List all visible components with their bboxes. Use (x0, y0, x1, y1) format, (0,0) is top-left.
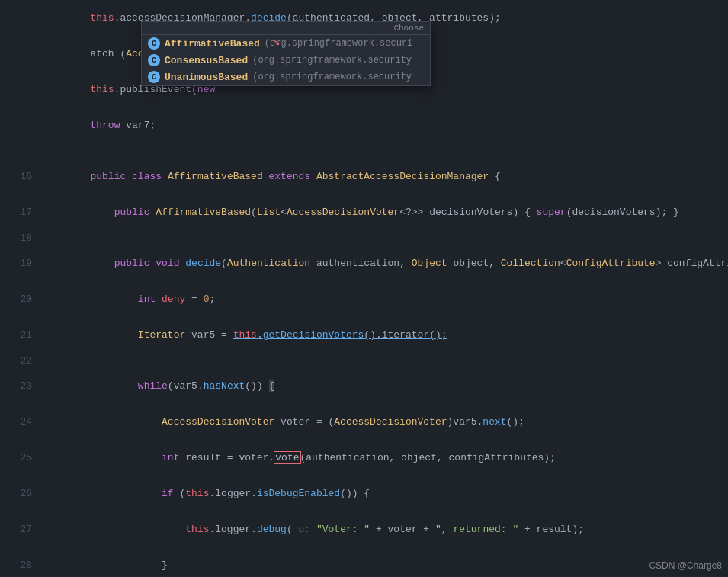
code-line: 24 AccessDecisionVoter voter = (AccessDe… (0, 404, 728, 440)
line-number: 16 (9, 171, 40, 182)
line-number: 24 (9, 416, 40, 428)
code-container: Choose C AffirmativeBased (org.springfra… (0, 0, 728, 577)
autocomplete-item-detail-2: (org.springframework.security (252, 72, 412, 82)
autocomplete-header-label: Choose (393, 24, 424, 33)
line-content: } (40, 548, 728, 577)
line-content: if (this.logger.isDebugEnabled()) { (40, 476, 728, 511)
line-number: 18 (9, 232, 40, 244)
line-number: 19 (9, 258, 40, 269)
autocomplete-item-name-1: ConsensusBased (165, 55, 248, 66)
code-line: 25 int result = voter.vote(authenticatio… (0, 440, 728, 476)
line-content (40, 232, 728, 244)
line-content: throw var7; (40, 108, 728, 143)
code-line: 23 while(var5.hasNext()) { (0, 368, 728, 404)
code-line: 17 public AffirmativeBased(List<AccessDe… (0, 194, 728, 230)
line-content: int result = voter.vote(authentication, … (40, 441, 728, 475)
autocomplete-item-name-0: AffirmativeBased (165, 38, 260, 50)
autocomplete-item-1[interactable]: C ConsensusBased (org.springframework.se… (142, 52, 430, 69)
autocomplete-item-0[interactable]: C AffirmativeBased (org.springframework.… (142, 35, 430, 52)
autocomplete-item-detail-0: (org.springframework.securi (265, 38, 412, 49)
line-content: this.logger.debug( o: "Voter: " + voter … (40, 512, 728, 547)
line-content: public class AffirmativeBased extends Ab… (40, 159, 728, 194)
line-number: 28 (9, 559, 40, 571)
code-line: 28 } (0, 547, 728, 577)
line-content: Iterator var5 = this.getDecisionVoters()… (40, 318, 728, 352)
code-line: 27 this.logger.debug( o: "Voter: " + vot… (0, 511, 728, 547)
code-line (0, 143, 728, 159)
autocomplete-item-name-2: UnanimousBased (165, 72, 248, 83)
code-line: 21 Iterator var5 = this.getDecisionVoter… (0, 317, 728, 353)
arrow-indicator: ↘ (273, 34, 281, 49)
line-number: 27 (9, 524, 40, 535)
line-content (40, 355, 728, 367)
line-number: 25 (9, 452, 40, 463)
code-line: 22 (0, 353, 728, 368)
autocomplete-icon-2: C (148, 71, 160, 83)
watermark: CSDN @Charge8 (649, 560, 722, 571)
line-content: int deny = 0; (40, 282, 728, 316)
line-number: 17 (9, 207, 40, 218)
autocomplete-icon-0: C (148, 37, 160, 50)
line-content: public AffirmativeBased(List<AccessDecis… (40, 195, 728, 229)
line-number: 22 (9, 355, 40, 367)
line-content: public void decide(Authentication authen… (40, 246, 728, 280)
code-line: 26 if (this.logger.isDebugEnabled()) { (0, 476, 728, 511)
line-number: 26 (9, 488, 40, 499)
line-number: 20 (9, 293, 40, 305)
autocomplete-item-2[interactable]: C UnanimousBased (org.springframework.se… (142, 69, 430, 85)
line-number: 21 (9, 329, 40, 341)
autocomplete-item-detail-1: (org.springframework.security (252, 55, 412, 66)
line-content (40, 146, 728, 157)
code-line: 20 int deny = 0; (0, 281, 728, 317)
line-content: while(var5.hasNext()) { (40, 369, 728, 403)
line-content: AccessDecisionVoter voter = (AccessDecis… (40, 405, 728, 439)
autocomplete-dropdown[interactable]: Choose C AffirmativeBased (org.springfra… (141, 21, 431, 86)
line-number: 23 (9, 380, 40, 392)
code-line: throw var7; (0, 107, 728, 143)
code-line: 18 (0, 230, 728, 245)
autocomplete-header: Choose (142, 22, 430, 35)
code-editor: Choose C AffirmativeBased (org.springfra… (0, 0, 728, 577)
code-line: 16 public class AffirmativeBased extends… (0, 159, 728, 194)
autocomplete-icon-1: C (148, 54, 160, 66)
code-line: 19 public void decide(Authentication aut… (0, 245, 728, 281)
